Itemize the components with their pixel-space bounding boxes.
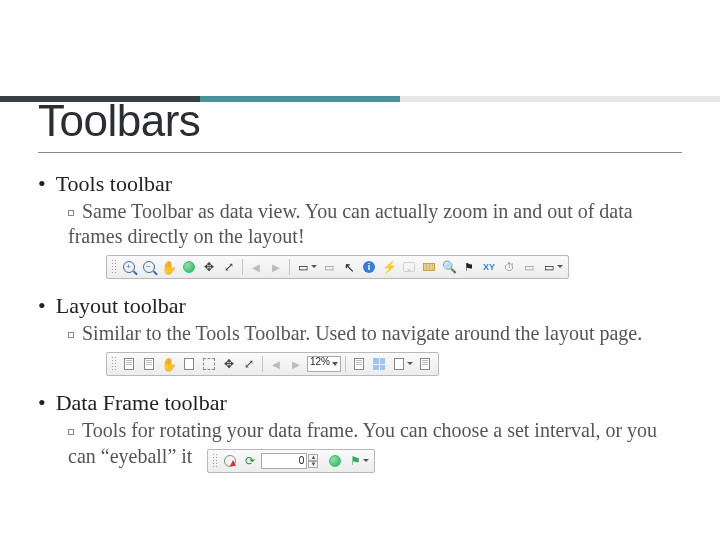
zoom-whole-page-icon[interactable]	[180, 355, 198, 373]
rotation-value[interactable]: 0	[261, 453, 307, 469]
subbullet-tools-toolbar: Same Toolbar as data view. You can actua…	[68, 199, 682, 249]
my-places-icon[interactable]	[326, 452, 344, 470]
dataframe-toolbar: ⟳ 0 ▲▼ ⚑	[207, 449, 375, 473]
fixed-zoom-in-icon[interactable]: ✥	[200, 258, 218, 276]
prev-extent-icon: ◄	[247, 258, 265, 276]
decorative-top-rule	[0, 96, 720, 114]
layout-fixed-zoomin-icon[interactable]: ✥	[220, 355, 238, 373]
rotate-tool-icon[interactable]	[221, 452, 239, 470]
clear-rotation-icon[interactable]: ⟳	[241, 452, 259, 470]
time-slider-icon: ⏱	[500, 258, 518, 276]
subbullet-text: Similar to the Tools Toolbar. Used to na…	[82, 322, 642, 344]
clear-selection-icon: ▭	[320, 258, 338, 276]
zoom-100-icon[interactable]	[200, 355, 218, 373]
measure-icon[interactable]	[420, 258, 438, 276]
layout-zoom-out-icon[interactable]	[140, 355, 158, 373]
goto-xy-icon[interactable]: XY	[480, 258, 498, 276]
slide: Toolbars •Tools toolbar Same Toolbar as …	[0, 96, 720, 540]
dataframe-toolbar-image: ⟳ 0 ▲▼ ⚑	[207, 449, 375, 475]
toolbar-grip[interactable]	[111, 356, 116, 372]
subbullet-layout-toolbar: Similar to the Tools Toolbar. Used to na…	[68, 321, 682, 346]
subbullet-text: Same Toolbar as data view. You can actua…	[68, 200, 633, 247]
layout-pan-icon[interactable]: ✋	[160, 355, 178, 373]
select-elements-icon[interactable]: ↖	[340, 258, 358, 276]
fixed-zoom-out-icon[interactable]: ⤢	[220, 258, 238, 276]
next-extent-icon: ►	[267, 258, 285, 276]
heading-text: Tools toolbar	[56, 171, 172, 196]
html-popup-icon	[400, 258, 418, 276]
layout-prev-extent-icon: ◄	[267, 355, 285, 373]
data-driven-pages-icon[interactable]	[416, 355, 434, 373]
layout-toolbar: ✋ ✥ ⤢ ◄ ► 12%	[106, 352, 439, 376]
focus-dataframe-icon[interactable]	[370, 355, 388, 373]
open-image-icon[interactable]: ▭	[540, 258, 558, 276]
hyperlink-icon[interactable]: ⚡	[380, 258, 398, 276]
bullet-tools-toolbar: •Tools toolbar	[38, 171, 682, 197]
bullet-dataframe-toolbar: •Data Frame toolbar	[38, 390, 682, 416]
subbullet-dataframe-toolbar: Tools for rotating your data frame. You …	[68, 418, 682, 489]
layout-zoom-in-icon[interactable]	[120, 355, 138, 373]
change-layout-icon[interactable]	[390, 355, 408, 373]
zoom-out-icon[interactable]: −	[140, 258, 158, 276]
bookmark-icon[interactable]: ⚑	[346, 452, 364, 470]
pan-hand-icon[interactable]: ✋	[160, 258, 178, 276]
zoom-in-icon[interactable]: +	[120, 258, 138, 276]
slide-content: •Tools toolbar Same Toolbar as data view…	[38, 171, 682, 489]
layout-fixed-zoomout-icon[interactable]: ⤢	[240, 355, 258, 373]
toggle-draft-icon[interactable]	[350, 355, 368, 373]
heading-text: Layout toolbar	[56, 293, 186, 318]
tools-toolbar: + − ✋ ✥ ⤢ ◄ ► ▭ ▭ ↖ i ⚡ 🔍 ⚑ XY ⏱	[106, 255, 569, 279]
layout-zoom-percent[interactable]: 12%	[307, 356, 341, 372]
layout-toolbar-image: ✋ ✥ ⤢ ◄ ► 12%	[106, 352, 682, 376]
layout-next-extent-icon: ►	[287, 355, 305, 373]
create-viewer-icon: ▭	[520, 258, 538, 276]
toolbar-grip[interactable]	[212, 453, 217, 469]
heading-text: Data Frame toolbar	[56, 390, 227, 415]
bullet-layout-toolbar: •Layout toolbar	[38, 293, 682, 319]
rotation-stepper[interactable]: ▲▼	[308, 454, 318, 468]
identify-icon[interactable]: i	[360, 258, 378, 276]
toolbar-grip[interactable]	[111, 259, 116, 275]
find-icon[interactable]: 🔍	[440, 258, 458, 276]
select-features-icon[interactable]: ▭	[294, 258, 312, 276]
find-route-icon[interactable]: ⚑	[460, 258, 478, 276]
full-extent-icon[interactable]	[180, 258, 198, 276]
tools-toolbar-image: + − ✋ ✥ ⤢ ◄ ► ▭ ▭ ↖ i ⚡ 🔍 ⚑ XY ⏱	[106, 255, 682, 279]
